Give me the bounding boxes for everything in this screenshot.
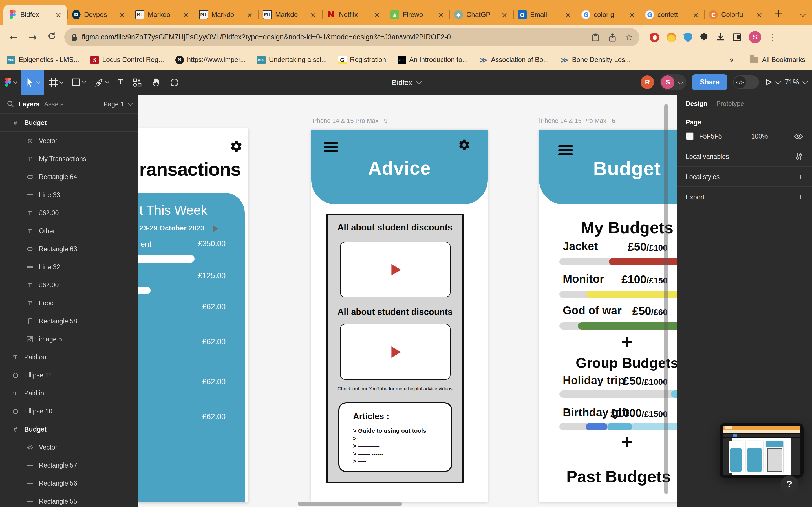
bookmark-item[interactable]: Shttps://www.imper... [175, 55, 246, 64]
downloads-icon[interactable] [716, 33, 725, 42]
browser-tab[interactable]: Bidfex× [3, 4, 67, 25]
tab-close-icon[interactable]: × [627, 10, 636, 19]
bookmark-item[interactable]: MRCUndertaking a sci... [257, 55, 327, 64]
local-styles-section[interactable]: Local styles + [677, 167, 812, 187]
layer-row[interactable]: TPaid in [0, 384, 138, 402]
video-placeholder[interactable] [340, 242, 451, 297]
new-tab-button[interactable]: + [774, 7, 783, 20]
past-budgets-link[interactable]: Past Budgets [539, 467, 677, 486]
search-icon[interactable] [7, 100, 14, 108]
user-avatar-menu[interactable]: S [660, 74, 686, 90]
pip-window[interactable] [719, 423, 804, 478]
adblock-icon[interactable] [650, 33, 659, 42]
layer-row[interactable]: Rectangle 64 [0, 168, 138, 186]
page-opacity[interactable]: 100% [751, 133, 768, 140]
bookmark-item[interactable]: SLocus Control Reg... [91, 55, 164, 64]
layer-row[interactable]: #Budget [0, 114, 138, 132]
layer-row[interactable]: Line 33 [0, 186, 138, 204]
tab-prototype[interactable]: Prototype [716, 100, 744, 107]
layer-row[interactable]: TFood [0, 294, 138, 312]
menu-icon[interactable] [558, 145, 573, 155]
bookmark-item[interactable]: ≫Bone Density Los... [560, 55, 631, 64]
tab-close-icon[interactable]: × [755, 10, 763, 19]
tab-close-icon[interactable]: × [118, 10, 126, 19]
tab-close-icon[interactable]: × [182, 10, 190, 19]
menu-icon[interactable] [324, 142, 338, 152]
tab-close-icon[interactable]: × [564, 10, 572, 19]
eye-icon[interactable] [794, 133, 803, 140]
add-budget-button[interactable]: + [539, 334, 677, 350]
share-button[interactable]: Share [692, 74, 727, 90]
layer-row[interactable]: Line 32 [0, 258, 138, 276]
hand-tool[interactable] [147, 70, 165, 95]
frame-label[interactable]: iPhone 14 & 15 Pro Max - 9 [311, 117, 388, 124]
browser-tab[interactable]: ∗ChatGP× [449, 4, 513, 25]
articles-box[interactable]: Articles : > Guide to using out tools > … [338, 402, 452, 472]
bookmark-item[interactable]: GRegistration [338, 55, 386, 64]
forward-button[interactable]: → [26, 32, 40, 43]
video-placeholder[interactable] [340, 324, 451, 380]
layer-row[interactable]: Rectangle 56 [0, 474, 138, 492]
layer-row[interactable]: Ellipse 10 [0, 402, 138, 420]
add-group-budget-button[interactable]: + [539, 434, 677, 451]
tab-close-icon[interactable]: × [691, 10, 700, 19]
zenmate-icon[interactable] [683, 33, 693, 42]
zoom-menu[interactable]: 71% [785, 78, 806, 86]
present-button[interactable] [765, 78, 779, 86]
gear-icon[interactable] [230, 140, 243, 153]
hola-vpn-icon[interactable] [666, 33, 676, 42]
play-icon[interactable] [391, 264, 401, 275]
export-section[interactable]: Export + [677, 187, 812, 207]
frame-my-transactions[interactable]: ransactions t This Week 23-29 October 20… [138, 128, 248, 503]
tab-close-icon[interactable]: × [437, 10, 445, 19]
move-tool[interactable] [21, 70, 44, 95]
text-tool[interactable]: T [113, 70, 128, 95]
bookmarks-overflow-icon[interactable]: » [729, 55, 733, 64]
gear-icon[interactable] [458, 138, 471, 152]
layer-row[interactable]: Rectangle 63 [0, 240, 138, 258]
tab-close-icon[interactable]: × [245, 10, 254, 19]
bookmark-star-icon[interactable]: ☆ [625, 32, 633, 42]
address-bar[interactable]: figma.com/file/9nZoT7ysGEM7HjPsGyyOVL/Bi… [64, 28, 640, 46]
tab-layers[interactable]: Layers [18, 101, 40, 107]
browser-tab[interactable]: M↓Markdo× [131, 4, 195, 25]
frame-tool[interactable] [44, 70, 67, 95]
layer-row[interactable]: Vector [0, 438, 138, 456]
layer-row[interactable]: Rectangle 57 [0, 456, 138, 474]
profile-avatar[interactable]: S [749, 31, 761, 43]
local-variables-section[interactable]: Local variables [677, 147, 812, 167]
sidebar-icon[interactable] [732, 33, 742, 42]
tab-close-icon[interactable]: × [373, 10, 381, 19]
bookmark-item[interactable]: MRCEpigenetics - LMS... [7, 55, 79, 64]
collaborator-avatar[interactable]: R [641, 75, 654, 89]
reload-button[interactable] [45, 31, 59, 43]
pen-tool[interactable] [90, 70, 113, 95]
browser-tab[interactable]: Gconfett× [641, 4, 704, 25]
browser-tab[interactable]: M↓Markdo× [258, 4, 322, 25]
page-selector[interactable]: Page 1 [103, 101, 132, 107]
page-color-value[interactable]: F5F5F5 [699, 133, 722, 140]
browser-menu-icon[interactable]: ⋮ [769, 32, 777, 42]
tab-close-icon[interactable]: × [500, 10, 509, 19]
bookmark-item[interactable]: ≫Association of Bo... [479, 55, 549, 64]
browser-tab[interactable]: NNetflix× [322, 4, 386, 25]
share-icon[interactable] [608, 33, 616, 41]
tab-search-chevron-icon[interactable] [800, 9, 804, 19]
spent-this-week-card[interactable]: t This Week 23-29 October 2023 ent£350.0… [138, 193, 245, 503]
all-bookmarks-button[interactable]: All Bookmarks [750, 56, 805, 64]
help-button[interactable]: ? [780, 475, 799, 494]
tab-assets[interactable]: Assets [44, 101, 63, 107]
tab-design[interactable]: Design [686, 100, 707, 107]
add-export-icon[interactable]: + [798, 192, 803, 202]
layer-row[interactable]: Rectangle 55 [0, 492, 138, 507]
play-icon[interactable] [391, 346, 401, 357]
bookmark-item[interactable]: TCEAn Introduction to... [397, 55, 468, 64]
dev-mode-toggle[interactable]: </> [733, 75, 759, 89]
tab-close-icon[interactable]: × [309, 10, 317, 19]
layer-row[interactable]: Vector [0, 132, 138, 150]
variables-filter-icon[interactable] [795, 152, 803, 160]
design-canvas[interactable]: ransactions t This Week 23-29 October 20… [138, 95, 677, 507]
figma-menu[interactable] [0, 70, 21, 95]
comment-tool[interactable] [165, 70, 184, 95]
actions-tool[interactable] [128, 70, 147, 95]
